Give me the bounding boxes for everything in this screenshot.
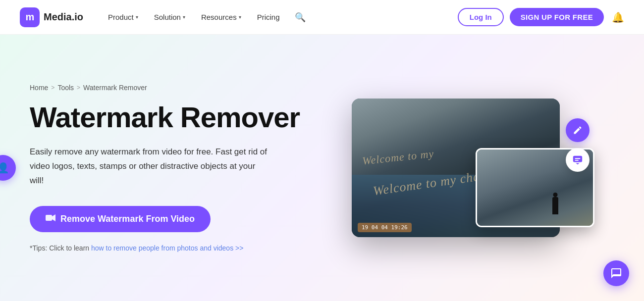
breadcrumb-sep-2: > <box>77 84 80 91</box>
bell-icon[interactable]: 🔔 <box>612 11 624 23</box>
nav-item-product[interactable]: Product ▾ <box>101 9 145 25</box>
video-icon <box>46 214 55 224</box>
svg-rect-2 <box>573 156 582 162</box>
nav-links: Product ▾ Solution ▾ Resources ▾ Pricing… <box>101 8 458 27</box>
navbar: m Media.io Product ▾ Solution ▾ Resource… <box>0 0 644 35</box>
site-name: Media.io <box>44 11 83 23</box>
inset-head <box>553 193 557 197</box>
inset-figure <box>552 197 558 214</box>
edit-fab-button[interactable] <box>566 118 590 142</box>
nav-item-solution[interactable]: Solution ▾ <box>147 9 192 25</box>
nav-item-resources[interactable]: Resources ▾ <box>194 9 248 25</box>
hero-description: Easily remove any watermark from video f… <box>30 145 268 188</box>
breadcrumb-current: Watermark Remover <box>83 84 147 92</box>
svg-rect-0 <box>46 215 52 221</box>
breadcrumb-sep-1: > <box>51 84 54 91</box>
chevron-down-icon: ▾ <box>136 14 138 20</box>
nav-item-pricing[interactable]: Pricing <box>250 9 287 25</box>
chevron-down-icon: ▾ <box>239 14 241 20</box>
search-icon[interactable]: 🔍 <box>289 8 312 27</box>
tips-text: *Tips: Click to learn how to remove peop… <box>30 244 307 252</box>
breadcrumb: Home > Tools > Watermark Remover <box>30 84 307 92</box>
timestamp-badge: 19 04 04 19:26 <box>358 223 412 232</box>
logo-icon: m <box>20 7 40 27</box>
chat-fab-button[interactable] <box>566 148 590 172</box>
svg-marker-1 <box>52 214 55 221</box>
svg-rect-4 <box>575 160 579 161</box>
user-icon: 👤 <box>0 162 9 174</box>
signup-button[interactable]: SIGN UP FOR FREE <box>510 8 604 26</box>
tips-link[interactable]: how to remove people from photos and vid… <box>91 244 243 252</box>
nav-right: Log In SIGN UP FOR FREE 🔔 <box>458 8 624 26</box>
remove-watermark-button[interactable]: Remove Watermark From Video <box>30 206 211 232</box>
logo-area[interactable]: m Media.io <box>20 7 83 27</box>
hero-section: 👤 Home > Tools > Watermark Remover Water… <box>0 35 644 301</box>
page-title: Watermark Remover <box>30 101 307 133</box>
login-button[interactable]: Log In <box>458 8 504 26</box>
hero-image-area: Welcome to my Welcome to my channal 19 0… <box>327 99 585 237</box>
hero-content: Home > Tools > Watermark Remover Waterma… <box>30 84 307 251</box>
breadcrumb-home[interactable]: Home <box>30 84 48 92</box>
svg-rect-3 <box>575 158 581 159</box>
fixed-chat-button[interactable] <box>603 260 629 286</box>
chevron-down-icon: ▾ <box>183 14 185 20</box>
breadcrumb-tools[interactable]: Tools <box>57 84 74 92</box>
notification-bubble[interactable]: 👤 <box>0 155 16 181</box>
